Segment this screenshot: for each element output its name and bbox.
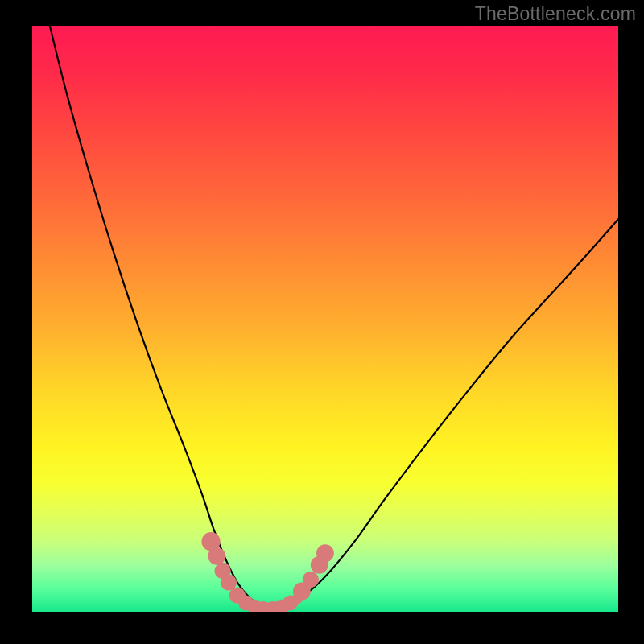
curve-marker [303,572,319,588]
curve-marker [316,544,334,562]
chart-frame: TheBottleneck.com [0,0,644,644]
curve-markers [201,532,334,612]
curve-marker [208,547,225,565]
curve-svg [32,26,618,612]
plot-area [32,26,618,612]
watermark-text: TheBottleneck.com [475,3,636,25]
curve-notch [292,593,303,604]
bottleneck-curve [50,26,618,609]
